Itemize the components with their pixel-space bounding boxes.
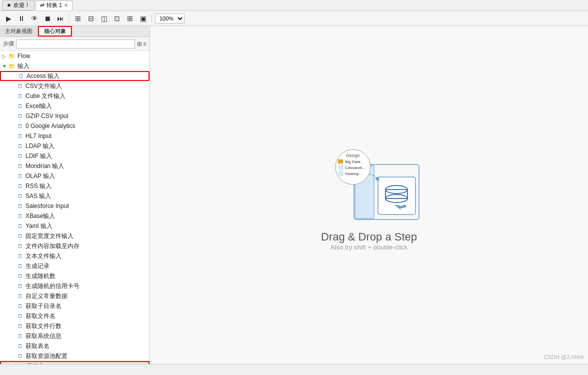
- steps-label: 步骤: [3, 40, 14, 48]
- toolbar-sep-1: [69, 14, 70, 23]
- toggle-ga: [10, 124, 16, 129]
- tree-item-load-memory[interactable]: 🗒 文件内容加载至内存: [0, 241, 150, 251]
- btn-9[interactable]: ⊡: [112, 13, 122, 24]
- main-layout: 主对象视图 核心对象 步骤 ⊞ ≡ ▷ 📁 Flow: [0, 26, 588, 364]
- tree-item-gen-row[interactable]: 🗒 生成记录: [0, 261, 150, 271]
- file-icon-gt: 🗒: [16, 342, 24, 350]
- label-ti: 文本文件输入: [26, 252, 62, 260]
- tree-item-table-input[interactable]: 🗒 表输入: [0, 361, 150, 364]
- drag-drop-area: Design Big Data Cassandr... Hadoop: [314, 140, 424, 251]
- tree-item-olap[interactable]: 🗒 OLAP 输入: [0, 171, 150, 181]
- left-panel: 主对象视图 核心对象 步骤 ⊞ ≡ ▷ 📁 Flow: [0, 26, 150, 364]
- tree-item-get-tablename[interactable]: 🗒 获取表名: [0, 341, 150, 351]
- tree-item-flow[interactable]: ▷ 📁 Flow: [0, 51, 150, 61]
- tree-container[interactable]: ▷ 📁 Flow ▼ 📁 输入 🗒 Access 输入 🗒 CSV文件输入: [0, 51, 150, 364]
- toggle-access: [11, 74, 17, 79]
- toggle-mondrian: [10, 164, 16, 169]
- tree-item-access[interactable]: 🗒 Access 输入: [0, 71, 150, 81]
- file-icon-ldif: 🗒: [16, 152, 24, 160]
- label-fw: 固定宽度文件输入: [26, 232, 74, 240]
- file-icon-hl7: 🗒: [16, 132, 24, 140]
- label-lm: 文件内容加载至内存: [26, 242, 80, 250]
- toggle-ti: [10, 254, 16, 259]
- btn-6[interactable]: ⊞: [72, 13, 84, 24]
- toggle-gn: [10, 274, 16, 279]
- tab-close-icon[interactable]: ✕: [64, 2, 68, 8]
- grid-view-icon[interactable]: ⊞: [137, 40, 142, 48]
- step-button[interactable]: ⏭: [55, 13, 66, 24]
- btn-8[interactable]: ◫: [98, 13, 110, 24]
- tab-core-objects[interactable]: 核心对象: [38, 26, 72, 36]
- file-icon-salesforce: 🗒: [16, 202, 24, 210]
- btn-10[interactable]: ⊞: [124, 13, 136, 24]
- tree-item-cube[interactable]: 🗒 Cube 文件输入: [0, 91, 150, 101]
- btn-11[interactable]: ▣: [138, 13, 148, 24]
- file-icon-rss: 🗒: [16, 182, 24, 190]
- tree-item-hl7[interactable]: 🗒 HL7 Input: [0, 131, 150, 141]
- file-icon-lm: 🗒: [16, 242, 24, 250]
- label-ldap: LDAP 输入: [26, 142, 54, 150]
- tree-item-get-datasource[interactable]: 🗒 获取资源池配置: [0, 351, 150, 361]
- tree-item-csv[interactable]: 🗒 CSV文件输入: [0, 81, 150, 91]
- tree-item-google-analytics[interactable]: 🗒 0 Google Analytics: [0, 121, 150, 131]
- toggle-sas: [10, 194, 16, 199]
- tree-item-gzip[interactable]: 🗒 GZIP CSV Input: [0, 111, 150, 121]
- tree-item-yaml[interactable]: 🗒 Yaml 输入: [0, 221, 150, 231]
- file-icon-ti: 🗒: [16, 252, 24, 260]
- tree-item-input-group[interactable]: ▼ 📁 输入: [0, 61, 150, 71]
- title-bar: ★ 欢迎！ ⇌ 转换 1 ✕: [0, 0, 588, 11]
- drag-drop-illustration: Design Big Data Cassandr... Hadoop: [314, 140, 424, 224]
- pause-button[interactable]: ⏸: [16, 13, 27, 24]
- tree-item-get-dir[interactable]: 🗒 获取子目录名: [0, 301, 150, 311]
- list-view-icon[interactable]: ≡: [143, 40, 146, 48]
- file-icon-gd: 🗒: [16, 302, 24, 310]
- tab-welcome[interactable]: ★ 欢迎！: [2, 0, 34, 10]
- toggle-gd: [10, 304, 16, 309]
- label-sas: SAS 输入: [26, 192, 51, 200]
- tree-item-xbase[interactable]: 🗒 XBase输入: [0, 211, 150, 221]
- label-mondrian: Mondrian 输入: [26, 162, 64, 170]
- tree-item-ldap[interactable]: 🗒 LDAP 输入: [0, 141, 150, 151]
- tree-item-rss[interactable]: 🗒 RSS 输入: [0, 181, 150, 191]
- svg-rect-10: [339, 166, 343, 170]
- tree-item-custom-const[interactable]: 🗒 自定义常量数据: [0, 291, 150, 301]
- label-gt: 获取表名: [26, 342, 50, 350]
- tab-core-label: 核心对象: [44, 28, 66, 35]
- label-yaml: Yaml 输入: [26, 222, 52, 230]
- tree-item-fixed-width[interactable]: 🗒 固定宽度文件输入: [0, 231, 150, 241]
- toggle-gds: [10, 354, 16, 359]
- file-icon-yaml: 🗒: [16, 222, 24, 230]
- file-icon-table: 🗒: [17, 362, 25, 364]
- transform-icon: ⇌: [40, 2, 44, 8]
- toggle-gf: [10, 314, 16, 319]
- toolbar: ▶ ⏸ 👁 ⏹ ⏭ ⊞ ⊟ ◫ ⊡ ⊞ ▣ 100% 75% 50% 150%: [0, 11, 588, 26]
- toggle-lm: [10, 244, 16, 249]
- preview-button[interactable]: 👁: [29, 13, 40, 24]
- stop-button[interactable]: ⏹: [42, 13, 53, 24]
- watermark: CSDN @Z-hhhh: [544, 354, 584, 360]
- tree-item-get-filerows[interactable]: 🗒 获取文件行数: [0, 321, 150, 331]
- tree-item-gen-random[interactable]: 🗒 生成随机数: [0, 271, 150, 281]
- toggle-olap: [10, 174, 16, 179]
- tree-item-get-sysinfo[interactable]: 🗒 获取系统信息: [0, 331, 150, 341]
- tree-item-gen-credit[interactable]: 🗒 生成随机的信用卡号: [0, 281, 150, 291]
- run-button[interactable]: ▶: [3, 13, 14, 24]
- tree-item-sas[interactable]: 🗒 SAS 输入: [0, 191, 150, 201]
- tab-transform[interactable]: ⇌ 转换 1 ✕: [36, 0, 72, 10]
- label-salesforce: Salesforce Input: [26, 202, 69, 210]
- label-xbase: XBase输入: [26, 212, 55, 220]
- toggle-cc: [10, 294, 16, 299]
- tab-main-objects[interactable]: 主对象视图: [0, 26, 38, 36]
- toggle-cube: [10, 94, 16, 99]
- tree-item-salesforce[interactable]: 🗒 Salesforce Input: [0, 201, 150, 211]
- tree-item-excel[interactable]: 🗒 Excel输入: [0, 101, 150, 111]
- tree-item-ldif[interactable]: 🗒 LDIF 输入: [0, 151, 150, 161]
- btn-7[interactable]: ⊟: [86, 13, 96, 24]
- steps-search-input[interactable]: [16, 40, 135, 48]
- tree-item-get-filename[interactable]: 🗒 获取文件名: [0, 311, 150, 321]
- tree-item-text-input[interactable]: 🗒 文本文件输入: [0, 251, 150, 261]
- tree-item-mondrian[interactable]: 🗒 Mondrian 输入: [0, 161, 150, 171]
- svg-text:Cassandr...: Cassandr...: [345, 166, 365, 170]
- zoom-select[interactable]: 100% 75% 50% 150%: [155, 14, 184, 24]
- label-csv: CSV文件输入: [26, 82, 62, 90]
